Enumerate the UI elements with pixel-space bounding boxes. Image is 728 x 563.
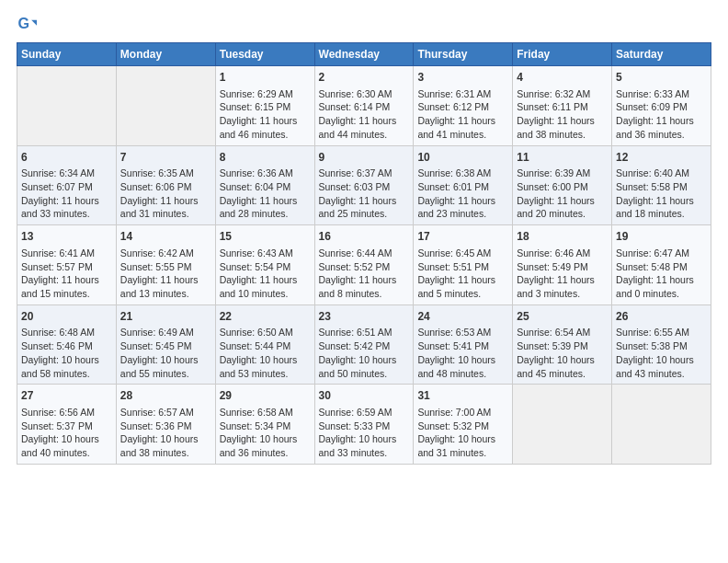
calendar-table: SundayMondayTuesdayWednesdayThursdayFrid… <box>17 42 711 465</box>
day-number: 14 <box>120 229 211 245</box>
daylight-text: Daylight: 11 hours and 41 minutes. <box>417 114 508 141</box>
header-day-monday: Monday <box>116 43 215 66</box>
sunrise-text: Sunrise: 6:42 AM <box>120 247 211 260</box>
calendar-cell: 29Sunrise: 6:58 AMSunset: 5:34 PMDayligh… <box>215 385 314 465</box>
day-number: 16 <box>319 229 410 245</box>
sunset-text: Sunset: 5:41 PM <box>417 339 508 353</box>
sunrise-text: Sunrise: 6:56 AM <box>21 406 112 419</box>
daylight-text: Daylight: 10 hours and 43 minutes. <box>616 353 707 380</box>
calendar-cell: 24Sunrise: 6:53 AMSunset: 5:41 PMDayligh… <box>414 304 513 385</box>
calendar-cell: 22Sunrise: 6:50 AMSunset: 5:44 PMDayligh… <box>215 304 314 385</box>
sunset-text: Sunset: 5:37 PM <box>21 419 112 433</box>
logo: G <box>17 15 40 35</box>
sunrise-text: Sunrise: 6:38 AM <box>417 167 508 180</box>
daylight-text: Daylight: 10 hours and 48 minutes. <box>417 353 508 380</box>
header-day-wednesday: Wednesday <box>314 43 414 66</box>
svg-marker-1 <box>31 20 37 26</box>
page: G SundayMondayTuesdayWednesdayThursdayFr… <box>0 0 728 563</box>
sunrise-text: Sunrise: 6:40 AM <box>616 167 707 180</box>
sunset-text: Sunset: 6:14 PM <box>319 100 410 114</box>
sunrise-text: Sunrise: 6:31 AM <box>417 87 508 101</box>
sunset-text: Sunset: 5:48 PM <box>616 260 707 274</box>
sunrise-text: Sunrise: 6:39 AM <box>517 167 608 180</box>
sunset-text: Sunset: 5:45 PM <box>120 339 211 353</box>
day-number: 13 <box>21 229 112 245</box>
sunrise-text: Sunrise: 6:48 AM <box>21 326 112 339</box>
header-day-sunday: Sunday <box>17 43 117 66</box>
daylight-text: Daylight: 10 hours and 33 minutes. <box>319 432 410 459</box>
day-number: 10 <box>417 150 508 166</box>
sunrise-text: Sunrise: 6:32 AM <box>517 87 608 101</box>
sunset-text: Sunset: 6:11 PM <box>517 100 608 114</box>
day-number: 28 <box>120 388 211 404</box>
daylight-text: Daylight: 11 hours and 28 minutes. <box>220 194 311 221</box>
calendar-cell <box>17 66 117 146</box>
daylight-text: Daylight: 10 hours and 36 minutes. <box>220 432 311 459</box>
calendar-cell: 10Sunrise: 6:38 AMSunset: 6:01 PMDayligh… <box>414 145 513 225</box>
sunset-text: Sunset: 5:36 PM <box>120 419 211 433</box>
sunset-text: Sunset: 6:12 PM <box>417 100 508 114</box>
sunrise-text: Sunrise: 6:45 AM <box>417 247 508 260</box>
day-number: 27 <box>21 388 112 404</box>
calendar-cell: 3Sunrise: 6:31 AMSunset: 6:12 PMDaylight… <box>414 66 513 146</box>
sunrise-text: Sunrise: 6:34 AM <box>21 167 112 180</box>
sunrise-text: Sunrise: 6:30 AM <box>319 87 410 101</box>
sunrise-text: Sunrise: 6:43 AM <box>220 247 311 260</box>
sunset-text: Sunset: 5:46 PM <box>21 339 112 353</box>
calendar-cell: 16Sunrise: 6:44 AMSunset: 5:52 PMDayligh… <box>314 225 414 305</box>
day-number: 4 <box>517 70 608 86</box>
calendar-cell: 4Sunrise: 6:32 AMSunset: 6:11 PMDaylight… <box>513 66 612 146</box>
calendar-cell <box>612 385 711 465</box>
sunset-text: Sunset: 5:33 PM <box>319 419 410 433</box>
sunset-text: Sunset: 5:39 PM <box>517 339 608 353</box>
daylight-text: Daylight: 10 hours and 31 minutes. <box>417 432 508 459</box>
daylight-text: Daylight: 11 hours and 13 minutes. <box>120 273 211 300</box>
sunset-text: Sunset: 5:58 PM <box>616 180 707 194</box>
calendar-cell: 6Sunrise: 6:34 AMSunset: 6:07 PMDaylight… <box>17 145 117 225</box>
day-number: 9 <box>319 150 410 166</box>
sunset-text: Sunset: 5:55 PM <box>120 260 211 274</box>
sunrise-text: Sunrise: 6:33 AM <box>616 87 707 101</box>
daylight-text: Daylight: 11 hours and 31 minutes. <box>120 194 211 221</box>
day-number: 5 <box>616 70 707 86</box>
day-number: 18 <box>517 229 608 245</box>
sunrise-text: Sunrise: 6:50 AM <box>220 326 311 339</box>
calendar-header-row: SundayMondayTuesdayWednesdayThursdayFrid… <box>17 43 711 66</box>
header-day-thursday: Thursday <box>414 43 513 66</box>
header: G <box>17 15 711 35</box>
day-number: 23 <box>319 309 410 325</box>
day-number: 7 <box>120 150 211 166</box>
sunrise-text: Sunrise: 6:55 AM <box>616 326 707 339</box>
daylight-text: Daylight: 10 hours and 45 minutes. <box>517 353 608 380</box>
day-number: 17 <box>417 229 508 245</box>
daylight-text: Daylight: 11 hours and 8 minutes. <box>319 273 410 300</box>
day-number: 31 <box>417 388 508 404</box>
daylight-text: Daylight: 10 hours and 53 minutes. <box>220 353 311 380</box>
daylight-text: Daylight: 11 hours and 10 minutes. <box>220 273 311 300</box>
daylight-text: Daylight: 10 hours and 58 minutes. <box>21 353 112 380</box>
sunrise-text: Sunrise: 6:59 AM <box>319 406 410 419</box>
daylight-text: Daylight: 10 hours and 50 minutes. <box>319 353 410 380</box>
header-day-friday: Friday <box>513 43 612 66</box>
calendar-week-1: 1Sunrise: 6:29 AMSunset: 6:15 PMDaylight… <box>17 66 711 146</box>
calendar-cell: 15Sunrise: 6:43 AMSunset: 5:54 PMDayligh… <box>215 225 314 305</box>
daylight-text: Daylight: 11 hours and 0 minutes. <box>616 273 707 300</box>
sunset-text: Sunset: 5:32 PM <box>417 419 508 433</box>
calendar-cell: 5Sunrise: 6:33 AMSunset: 6:09 PMDaylight… <box>612 66 711 146</box>
sunset-text: Sunset: 5:38 PM <box>616 339 707 353</box>
calendar-week-4: 20Sunrise: 6:48 AMSunset: 5:46 PMDayligh… <box>17 304 711 385</box>
calendar-cell: 17Sunrise: 6:45 AMSunset: 5:51 PMDayligh… <box>414 225 513 305</box>
sunset-text: Sunset: 5:42 PM <box>319 339 410 353</box>
sunrise-text: Sunrise: 6:51 AM <box>319 326 410 339</box>
day-number: 22 <box>220 309 311 325</box>
daylight-text: Daylight: 11 hours and 44 minutes. <box>319 114 410 141</box>
calendar-cell: 21Sunrise: 6:49 AMSunset: 5:45 PMDayligh… <box>116 304 215 385</box>
daylight-text: Daylight: 11 hours and 23 minutes. <box>417 194 508 221</box>
calendar-cell: 20Sunrise: 6:48 AMSunset: 5:46 PMDayligh… <box>17 304 117 385</box>
calendar-cell: 23Sunrise: 6:51 AMSunset: 5:42 PMDayligh… <box>314 304 414 385</box>
calendar-week-3: 13Sunrise: 6:41 AMSunset: 5:57 PMDayligh… <box>17 225 711 305</box>
daylight-text: Daylight: 11 hours and 18 minutes. <box>616 194 707 221</box>
sunrise-text: Sunrise: 6:46 AM <box>517 247 608 260</box>
sunset-text: Sunset: 6:00 PM <box>517 180 608 194</box>
daylight-text: Daylight: 11 hours and 20 minutes. <box>517 194 608 221</box>
